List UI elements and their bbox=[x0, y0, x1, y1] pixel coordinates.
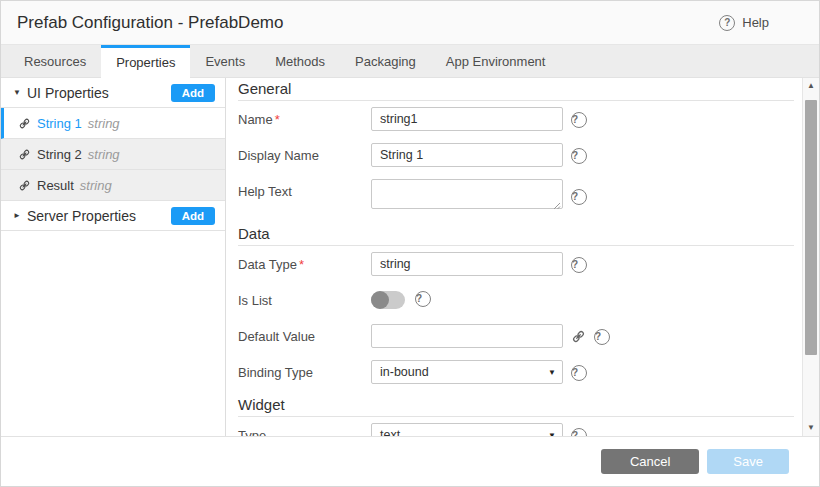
display-name-input[interactable] bbox=[371, 143, 563, 167]
sidebar-filler bbox=[1, 231, 225, 436]
scrollbar-thumb[interactable] bbox=[805, 100, 817, 355]
help-text-row: Help Text ? bbox=[238, 179, 794, 213]
widget-type-row: Type text ▼ ? bbox=[238, 423, 794, 436]
binding-type-row: Binding Type in-bound ▼ ? bbox=[238, 360, 794, 384]
add-ui-property-button[interactable]: Add bbox=[171, 84, 215, 102]
widget-type-select[interactable]: text ▼ bbox=[371, 423, 563, 436]
chevron-down-icon: ▼ bbox=[13, 88, 27, 97]
tab-packaging[interactable]: Packaging bbox=[340, 45, 431, 78]
name-label: Name* bbox=[238, 107, 371, 127]
prefab-configuration-dialog: Prefab Configuration - PrefabDemo ? Help… bbox=[0, 0, 820, 487]
help-icon[interactable]: ? bbox=[594, 329, 610, 345]
item-type: string bbox=[88, 116, 120, 131]
is-list-label: Is List bbox=[238, 288, 371, 308]
section-general: General bbox=[238, 80, 794, 101]
sidebar-item-string1[interactable]: String 1 string bbox=[1, 108, 225, 139]
help-icon[interactable]: ? bbox=[415, 291, 431, 307]
binding-type-label: Binding Type bbox=[238, 360, 371, 380]
dialog-header: Prefab Configuration - PrefabDemo ? Help bbox=[1, 1, 819, 45]
help-icon[interactable]: ? bbox=[571, 428, 587, 437]
binding-type-value: in-bound bbox=[380, 365, 429, 379]
help-label: Help bbox=[742, 15, 769, 30]
item-type: string bbox=[88, 147, 120, 162]
item-name: String 1 bbox=[37, 116, 82, 131]
tab-bar: Resources Properties Events Methods Pack… bbox=[1, 45, 819, 78]
dialog-title: Prefab Configuration - PrefabDemo bbox=[17, 13, 283, 33]
widget-type-value: text bbox=[380, 428, 400, 436]
item-name: Result bbox=[37, 178, 74, 193]
help-text-input[interactable] bbox=[371, 179, 563, 209]
help-icon: ? bbox=[719, 15, 735, 31]
data-type-input[interactable] bbox=[371, 252, 563, 276]
sidebar-item-result[interactable]: Result string bbox=[1, 170, 225, 201]
property-form: General Name* ? Display Name ? Help Text bbox=[226, 78, 802, 436]
dropdown-arrow-icon: ▼ bbox=[548, 368, 556, 377]
chevron-right-icon: ► bbox=[13, 211, 27, 220]
section-data: Data bbox=[238, 225, 794, 246]
binding-type-select[interactable]: in-bound ▼ bbox=[371, 360, 563, 384]
server-properties-label: Server Properties bbox=[27, 208, 136, 224]
display-name-label: Display Name bbox=[238, 143, 371, 163]
default-value-row: Default Value ? bbox=[238, 324, 794, 348]
help-icon[interactable]: ? bbox=[571, 112, 587, 128]
tab-events[interactable]: Events bbox=[190, 45, 260, 78]
link-icon bbox=[18, 179, 31, 192]
help-icon[interactable]: ? bbox=[571, 257, 587, 273]
help-text-label: Help Text bbox=[238, 179, 371, 199]
section-widget: Widget bbox=[238, 396, 794, 417]
required-asterisk: * bbox=[299, 257, 304, 272]
data-type-row: Data Type* ? bbox=[238, 252, 794, 276]
is-list-row: Is List ? bbox=[238, 288, 794, 312]
help-icon[interactable]: ? bbox=[571, 189, 587, 205]
default-value-label: Default Value bbox=[238, 324, 371, 344]
tab-app-environment[interactable]: App Environment bbox=[431, 45, 561, 78]
is-list-toggle[interactable] bbox=[371, 291, 405, 309]
display-name-row: Display Name ? bbox=[238, 143, 794, 167]
vertical-scrollbar[interactable]: ▲ ▼ bbox=[802, 78, 819, 436]
required-asterisk: * bbox=[275, 112, 280, 127]
scroll-up-icon[interactable]: ▲ bbox=[807, 78, 815, 94]
ui-properties-label: UI Properties bbox=[27, 85, 109, 101]
link-icon bbox=[18, 117, 31, 130]
name-row: Name* ? bbox=[238, 107, 794, 131]
toggle-knob-icon bbox=[371, 291, 389, 309]
data-type-label: Data Type* bbox=[238, 252, 371, 272]
name-input[interactable] bbox=[371, 107, 563, 131]
sidebar-item-string2[interactable]: String 2 string bbox=[1, 139, 225, 170]
server-properties-group-header[interactable]: ► Server Properties Add bbox=[1, 201, 225, 231]
cancel-button[interactable]: Cancel bbox=[601, 449, 699, 474]
item-type: string bbox=[80, 178, 112, 193]
help-icon[interactable]: ? bbox=[571, 365, 587, 381]
add-server-property-button[interactable]: Add bbox=[171, 207, 215, 225]
scroll-down-icon[interactable]: ▼ bbox=[807, 420, 815, 436]
properties-sidebar: ▼ UI Properties Add String 1 string Stri… bbox=[1, 78, 226, 436]
dialog-body: ▼ UI Properties Add String 1 string Stri… bbox=[1, 78, 819, 436]
link-icon bbox=[18, 148, 31, 161]
default-value-input[interactable] bbox=[371, 324, 563, 348]
save-button[interactable]: Save bbox=[707, 449, 789, 474]
help-icon[interactable]: ? bbox=[571, 148, 587, 164]
help-link[interactable]: ? Help bbox=[719, 15, 769, 31]
item-name: String 2 bbox=[37, 147, 82, 162]
ui-properties-group-header[interactable]: ▼ UI Properties Add bbox=[1, 78, 225, 108]
widget-type-label: Type bbox=[238, 423, 371, 436]
dialog-footer: Cancel Save bbox=[1, 436, 819, 486]
tab-properties[interactable]: Properties bbox=[101, 45, 190, 78]
tab-resources[interactable]: Resources bbox=[9, 45, 101, 78]
bind-link-icon[interactable] bbox=[571, 329, 586, 344]
tab-methods[interactable]: Methods bbox=[260, 45, 340, 78]
